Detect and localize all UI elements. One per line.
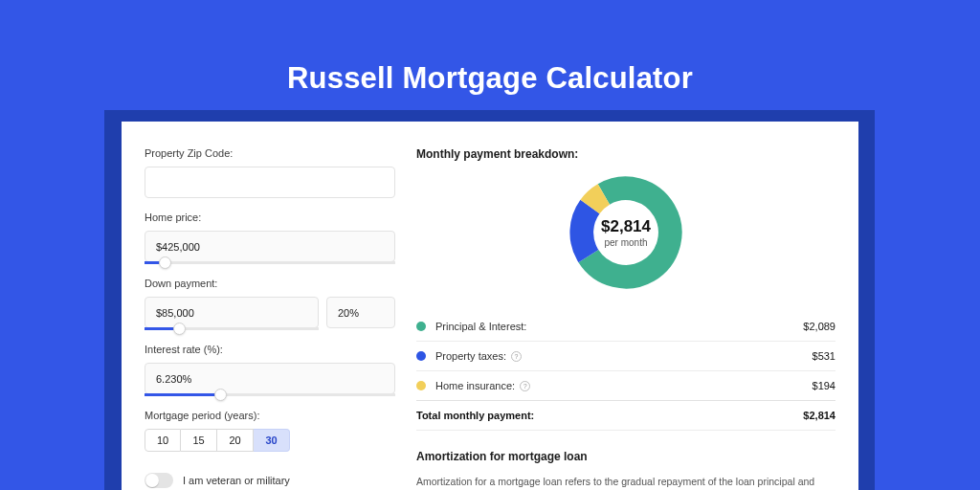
down-payment-slider[interactable] xyxy=(145,327,319,330)
legend-value: $2,089 xyxy=(803,321,835,332)
amortization-title: Amortization for mortgage loan xyxy=(416,450,835,463)
legend-swatch xyxy=(416,381,426,390)
amortization-body: Amortization for a mortgage loan refers … xyxy=(416,475,835,490)
breakdown-legend: Principal & Interest:$2,089Property taxe… xyxy=(416,312,835,431)
zip-input[interactable] xyxy=(145,167,395,198)
legend-total-row: Total monthly payment:$2,814 xyxy=(416,400,835,430)
amortization-section: Amortization for mortgage loan Amortizat… xyxy=(416,450,835,490)
down-payment-label: Down payment: xyxy=(145,278,395,289)
payment-donut-chart: $2,814 per month xyxy=(568,174,684,291)
legend-label: Home insurance:? xyxy=(435,380,813,391)
breakdown-pane: Monthly payment breakdown: $2,814 per mo… xyxy=(395,147,835,490)
period-option-20[interactable]: 20 xyxy=(217,429,254,452)
slider-thumb[interactable] xyxy=(214,389,227,401)
period-option-30[interactable]: 30 xyxy=(254,429,290,452)
interest-rate-label: Interest rate (%): xyxy=(145,344,395,355)
down-payment-percent-input[interactable] xyxy=(326,297,395,328)
legend-total-value: $2,814 xyxy=(803,410,835,421)
toggle-knob xyxy=(145,474,159,487)
zip-label: Property Zip Code: xyxy=(145,147,395,159)
home-price-input[interactable] xyxy=(145,231,395,262)
veteran-label: I am veteran or military xyxy=(183,475,290,486)
info-icon[interactable]: ? xyxy=(520,381,530,391)
period-toggle-group: 10152030 xyxy=(145,429,395,452)
period-option-15[interactable]: 15 xyxy=(181,429,217,452)
form-pane: Property Zip Code: Home price: Down paym… xyxy=(145,147,395,490)
legend-row: Property taxes:?$531 xyxy=(416,341,835,370)
legend-label: Property taxes:? xyxy=(435,350,813,362)
info-icon[interactable]: ? xyxy=(511,351,522,362)
interest-rate-slider[interactable] xyxy=(145,393,395,396)
legend-swatch xyxy=(416,322,426,331)
down-payment-amount-input[interactable] xyxy=(145,297,319,328)
legend-label: Principal & Interest: xyxy=(435,321,803,332)
legend-swatch xyxy=(416,351,426,361)
period-label: Mortgage period (years): xyxy=(145,410,395,421)
legend-row: Home insurance:?$194 xyxy=(416,370,835,400)
legend-value: $194 xyxy=(813,380,835,391)
veteran-toggle[interactable] xyxy=(145,473,173,488)
calculator-card: Property Zip Code: Home price: Down paym… xyxy=(122,122,858,490)
donut-center-sub: per month xyxy=(604,237,647,248)
breakdown-title: Monthly payment breakdown: xyxy=(416,147,835,161)
interest-rate-input[interactable] xyxy=(145,363,395,394)
slider-thumb[interactable] xyxy=(159,256,171,269)
page-title: Russell Mortgage Calculator xyxy=(0,0,980,96)
home-price-slider[interactable] xyxy=(145,261,395,264)
donut-center-amount: $2,814 xyxy=(601,217,651,236)
home-price-label: Home price: xyxy=(145,212,395,223)
legend-total-label: Total monthly payment: xyxy=(416,410,803,421)
legend-value: $531 xyxy=(813,350,835,362)
legend-row: Principal & Interest:$2,089 xyxy=(416,312,835,341)
period-option-10[interactable]: 10 xyxy=(145,429,181,452)
